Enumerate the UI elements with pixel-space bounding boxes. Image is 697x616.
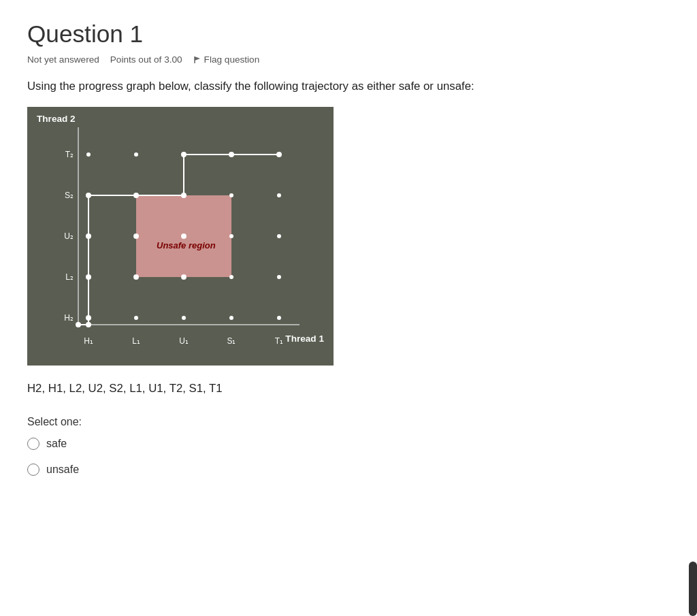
svg-point-43 [276,152,282,157]
points-label: Points out of 3.00 [110,54,182,65]
svg-point-29 [133,233,139,239]
option-unsafe-label[interactable]: unsafe [46,464,79,476]
svg-point-17 [229,234,233,238]
svg-point-30 [181,233,187,239]
unsafe-region-label: Unsafe region [157,240,216,250]
svg-point-25 [134,316,138,320]
y-axis-labels: T₂ S₂ U₂ L₂ H₂ [64,150,74,323]
option-safe-label[interactable]: safe [46,438,67,450]
svg-text:S₁: S₁ [227,336,236,346]
svg-text:T₂: T₂ [65,150,74,159]
option-unsafe-radio[interactable] [27,464,39,476]
flag-question-button[interactable]: Flag question [193,54,260,65]
svg-point-28 [277,316,281,320]
svg-point-42 [229,152,234,157]
trajectory-text: H2, H1, L2, U2, S2, L1, U1, T2, S1, T1 [27,382,670,395]
svg-text:S₂: S₂ [65,191,74,200]
svg-text:H₁: H₁ [84,336,93,346]
flag-icon [193,56,201,64]
svg-marker-0 [195,56,200,61]
svg-point-13 [277,193,281,197]
svg-point-35 [86,315,91,321]
svg-point-33 [76,322,81,327]
svg-point-36 [86,274,91,280]
svg-point-39 [133,193,139,198]
svg-point-26 [182,316,186,320]
svg-point-32 [181,274,187,280]
svg-point-4 [86,152,91,157]
option-unsafe-row: unsafe [27,464,670,476]
graph-svg: Unsafe region [27,107,334,366]
x-axis-labels: H₁ L₁ U₁ S₁ T₁ [84,336,283,346]
question-title: Question 1 [27,20,670,48]
svg-text:H₂: H₂ [64,313,74,323]
svg-point-12 [229,193,233,197]
svg-point-18 [277,234,281,238]
meta-row: Not yet answered Points out of 3.00 Flag… [27,54,670,65]
svg-point-34 [86,322,91,327]
select-one-label: Select one: [27,416,670,428]
svg-text:U₂: U₂ [64,231,74,241]
svg-point-27 [229,316,233,320]
svg-text:T₁: T₁ [275,336,283,346]
svg-point-31 [133,274,139,280]
svg-text:L₁: L₁ [132,336,140,346]
svg-point-37 [86,233,91,239]
svg-point-41 [181,152,187,157]
option-safe-radio[interactable] [27,438,39,450]
progress-graph: Thread 2 Thread 1 Unsafe region [27,107,334,366]
status-badge: Not yet answered [27,54,99,65]
svg-point-5 [134,152,138,157]
option-safe-row: safe [27,438,670,450]
svg-text:L₂: L₂ [65,272,74,282]
svg-text:U₁: U₁ [179,336,189,346]
question-text: Using the progress graph below, classify… [27,80,670,93]
svg-point-38 [86,193,91,198]
svg-point-22 [229,275,233,279]
svg-point-23 [277,275,281,279]
svg-point-40 [181,193,187,198]
